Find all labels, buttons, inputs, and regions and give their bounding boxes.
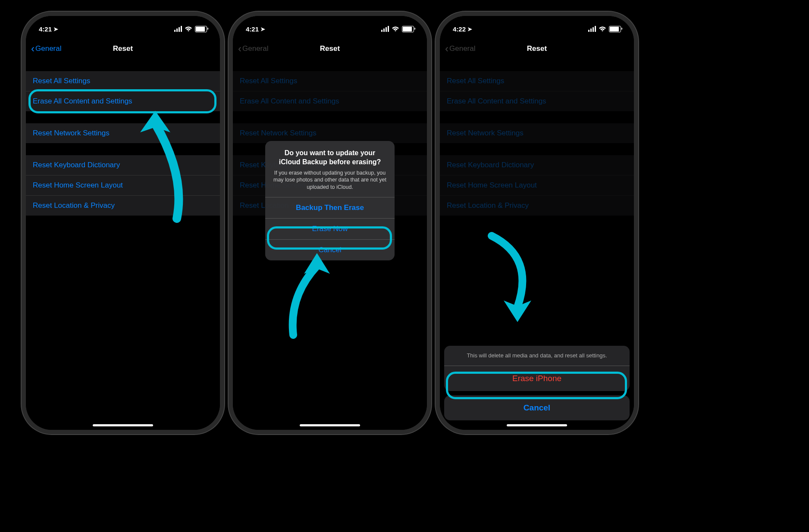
reset-all-settings-row: Reset All Settings	[233, 71, 427, 91]
erase-now-button[interactable]: Erase Now	[265, 218, 395, 239]
alert-title: Do you want to update your iCloud Backup…	[273, 149, 387, 167]
cancel-button[interactable]: Cancel	[444, 395, 630, 420]
navigation-bar: ‹ General Reset	[26, 38, 220, 59]
status-time: 4:21	[246, 25, 259, 33]
page-title: Reset	[527, 44, 547, 53]
home-indicator[interactable]	[93, 424, 153, 426]
svg-marker-2	[504, 300, 531, 322]
tutorial-arrow-icon	[285, 253, 336, 339]
location-icon: ➤	[467, 26, 472, 32]
reset-all-settings-row[interactable]: Reset All Settings	[26, 71, 220, 91]
cell-signal-icon	[174, 26, 182, 32]
chevron-left-icon: ‹	[445, 44, 448, 54]
tutorial-arrow-icon	[470, 232, 539, 326]
navigation-bar: ‹ General Reset	[440, 38, 634, 59]
home-indicator[interactable]	[300, 424, 360, 426]
phone-frame-3: 4:22 ➤ ‹ General Reset R	[440, 16, 634, 430]
cancel-button[interactable]: Cancel	[265, 239, 395, 260]
reset-network-row[interactable]: Reset Network Settings	[26, 123, 220, 143]
back-label: General	[35, 44, 61, 53]
notch	[287, 16, 373, 28]
back-button[interactable]: ‹ General	[31, 44, 61, 54]
wifi-icon	[185, 26, 192, 32]
erase-iphone-button[interactable]: Erase iPhone	[444, 366, 630, 391]
reset-keyboard-row[interactable]: Reset Keyboard Dictionary	[26, 155, 220, 175]
cell-signal-icon	[381, 26, 389, 32]
page-title: Reset	[320, 44, 340, 53]
status-time: 4:21	[39, 25, 52, 33]
phone-frame-2: 4:21 ➤ ‹ General Reset R	[233, 16, 427, 430]
navigation-bar: ‹ General Reset	[233, 38, 427, 59]
erase-all-content-row: Erase All Content and Settings	[233, 91, 427, 111]
backup-alert-dialog: Do you want to update your iCloud Backup…	[265, 141, 395, 260]
back-label: General	[449, 44, 475, 53]
phone-frame-1: 4:21 ➤ ‹ General Reset Reset All Sett	[26, 16, 220, 430]
location-icon: ➤	[53, 26, 58, 32]
status-time: 4:22	[453, 25, 466, 33]
chevron-left-icon: ‹	[31, 44, 34, 54]
wifi-icon	[599, 26, 606, 32]
reset-location-privacy-row: Reset Location & Privacy	[440, 196, 634, 216]
wifi-icon	[392, 26, 399, 32]
cell-signal-icon	[588, 26, 596, 32]
erase-all-content-row: Erase All Content and Settings	[440, 91, 634, 111]
reset-network-row: Reset Network Settings	[440, 123, 634, 143]
reset-network-row: Reset Network Settings	[233, 123, 427, 143]
notch	[494, 16, 580, 28]
action-sheet: This will delete all media and data, and…	[444, 346, 630, 425]
reset-home-layout-row: Reset Home Screen Layout	[440, 175, 634, 196]
backup-then-erase-button[interactable]: Backup Then Erase	[265, 197, 395, 218]
back-button: ‹ General	[238, 44, 268, 54]
reset-keyboard-row: Reset Keyboard Dictionary	[440, 155, 634, 175]
battery-icon	[609, 26, 621, 32]
reset-home-layout-row[interactable]: Reset Home Screen Layout	[26, 175, 220, 196]
notch	[80, 16, 166, 28]
back-label: General	[242, 44, 268, 53]
reset-location-privacy-row[interactable]: Reset Location & Privacy	[26, 196, 220, 216]
battery-icon	[402, 26, 414, 32]
back-button: ‹ General	[445, 44, 475, 54]
erase-all-content-row[interactable]: Erase All Content and Settings	[26, 91, 220, 111]
reset-all-settings-row: Reset All Settings	[440, 71, 634, 91]
battery-icon	[195, 26, 207, 32]
page-title: Reset	[113, 44, 133, 53]
location-icon: ➤	[260, 26, 265, 32]
chevron-left-icon: ‹	[238, 44, 241, 54]
action-sheet-message: This will delete all media and data, and…	[444, 346, 630, 366]
alert-message: If you erase without updating your backu…	[273, 169, 387, 191]
